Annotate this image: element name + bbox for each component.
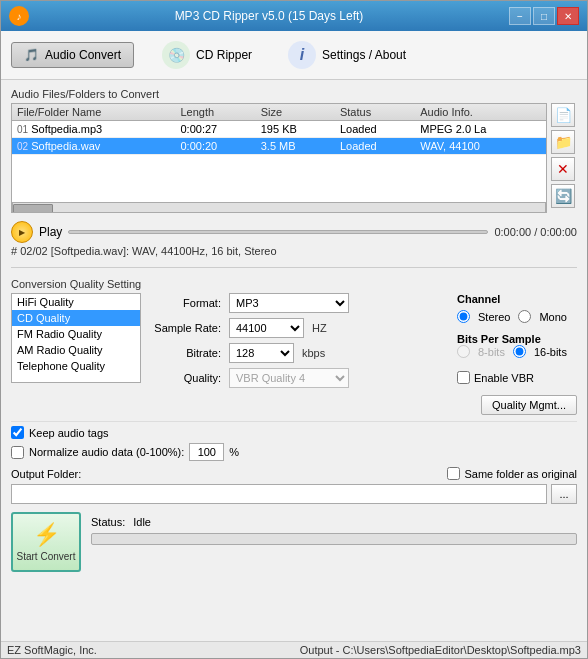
minimize-button[interactable]: − xyxy=(509,7,531,25)
audio-convert-button[interactable]: 🎵 Audio Convert xyxy=(11,42,134,68)
content-area: Audio Files/Folders to Convert File/Fold… xyxy=(1,80,587,641)
settings-about-label: Settings / About xyxy=(322,48,406,62)
seek-bar[interactable] xyxy=(68,230,488,234)
hz-unit: HZ xyxy=(312,322,327,334)
play-button[interactable]: ▶ xyxy=(11,221,33,243)
cd-ripper-button[interactable]: 💿 CD Ripper xyxy=(154,37,260,73)
status-value: Idle xyxy=(133,516,151,528)
player-section: ▶ Play 0:00:00 / 0:00:00 # 02/02 [Softpe… xyxy=(11,219,577,257)
close-button[interactable]: ✕ xyxy=(557,7,579,25)
channel-bits-section: Channel Stereo Mono Bits Per Sample 8-bi… xyxy=(457,293,577,415)
bits-label: Bits Per Sample xyxy=(457,333,577,345)
keep-tags-checkbox[interactable] xyxy=(11,426,24,439)
enable-vbr-row: Enable VBR xyxy=(457,371,534,384)
time-display: 0:00:00 / 0:00:00 xyxy=(494,226,577,238)
file-table-container: File/Folder Name Length Size Status Audi… xyxy=(11,103,547,213)
normalize-label: Normalize audio data (0-100%): xyxy=(29,446,184,458)
keep-tags-label: Keep audio tags xyxy=(29,427,109,439)
col-header-audio: Audio Info. xyxy=(415,104,546,121)
status-area: Status: Idle xyxy=(91,512,577,545)
status-bar-right: Output - C:\Users\SoftpediaEditor\Deskto… xyxy=(300,644,581,656)
file-area: File/Folder Name Length Size Status Audi… xyxy=(11,103,577,213)
keep-tags-row: Keep audio tags xyxy=(11,426,577,439)
channel-label: Channel xyxy=(457,293,577,305)
toolbar: 🎵 Audio Convert 💿 CD Ripper i Settings /… xyxy=(1,31,587,80)
progress-bar xyxy=(91,533,577,545)
app-logo: ♪ xyxy=(9,6,29,26)
enable-vbr-label: Enable VBR xyxy=(474,372,534,384)
stereo-label: Stereo xyxy=(478,311,510,323)
remove-button[interactable]: ✕ xyxy=(551,157,575,181)
same-folder-label: Same folder as original xyxy=(464,468,577,480)
window-title: MP3 CD Ripper v5.0 (15 Days Left) xyxy=(29,9,509,23)
file-table: File/Folder Name Length Size Status Audi… xyxy=(12,104,546,155)
format-row: Format: MP3WAVOGGFLAC xyxy=(151,293,447,313)
table-row[interactable]: 01 Softpedia.mp3 0:00:27 195 KB Loaded M… xyxy=(12,121,546,138)
divider xyxy=(11,267,577,268)
window-controls: − □ ✕ xyxy=(509,7,579,25)
cd-icon: 💿 xyxy=(162,41,190,69)
horizontal-scrollbar[interactable] xyxy=(12,202,546,213)
normalize-row: Normalize audio data (0-100%): 100 % xyxy=(11,443,577,461)
output-path-row: C:\Users\SoftpediaEditor\Desktop ... xyxy=(11,484,577,504)
stereo-radio[interactable] xyxy=(457,310,470,323)
mono-radio[interactable] xyxy=(518,310,531,323)
col-header-name: File/Folder Name xyxy=(12,104,175,121)
files-section-label: Audio Files/Folders to Convert xyxy=(11,88,577,100)
files-section: Audio Files/Folders to Convert File/Fold… xyxy=(11,88,577,213)
output-path-input[interactable]: C:\Users\SoftpediaEditor\Desktop xyxy=(11,484,547,504)
settings-about-button[interactable]: i Settings / About xyxy=(280,37,414,73)
quality-list[interactable]: HiFi QualityCD QualityFM Radio QualityAM… xyxy=(11,293,141,383)
same-folder-row: Same folder as original xyxy=(447,467,577,480)
output-folder-row: Output Folder: Same folder as original xyxy=(11,467,577,480)
bitrate-select[interactable]: 12864192256 xyxy=(229,343,294,363)
table-row[interactable]: 02 Softpedia.wav 0:00:20 3.5 MB Loaded W… xyxy=(12,138,546,155)
scrollbar-thumb xyxy=(13,204,53,213)
audio-convert-label: Audio Convert xyxy=(45,48,121,62)
quality-list-item[interactable]: Telephone Quality xyxy=(12,358,140,374)
add-file-button[interactable]: 📄 xyxy=(551,103,575,127)
quality-mgmt-button[interactable]: Quality Mgmt... xyxy=(481,395,577,415)
mono-label: Mono xyxy=(539,311,567,323)
refresh-button[interactable]: 🔄 xyxy=(551,184,575,208)
enable-vbr-checkbox[interactable] xyxy=(457,371,470,384)
8bit-radio[interactable] xyxy=(457,345,470,358)
col-header-length: Length xyxy=(175,104,255,121)
restore-button[interactable]: □ xyxy=(533,7,555,25)
vbr-mgmt-row: Enable VBR xyxy=(457,371,577,384)
music-note-icon: 🎵 xyxy=(24,48,39,62)
normalize-input[interactable]: 100 xyxy=(189,443,224,461)
16bit-radio[interactable] xyxy=(513,345,526,358)
quality-settings: Format: MP3WAVOGGFLAC Sample Rate: 44100… xyxy=(151,293,447,415)
start-convert-icon: ⚡ xyxy=(33,522,60,548)
add-folder-button[interactable]: 📁 xyxy=(551,130,575,154)
quality-label: Quality: xyxy=(151,372,221,384)
channel-radio-group: Stereo Mono xyxy=(457,310,577,323)
main-window: ♪ MP3 CD Ripper v5.0 (15 Days Left) − □ … xyxy=(0,0,588,659)
col-header-status: Status xyxy=(335,104,415,121)
start-convert-button[interactable]: ⚡ Start Convert xyxy=(11,512,81,572)
bitrate-row: Bitrate: 12864192256 kbps xyxy=(151,343,447,363)
status-bar-left: EZ SoftMagic, Inc. xyxy=(7,644,97,656)
sample-rate-label: Sample Rate: xyxy=(151,322,221,334)
cd-ripper-label: CD Ripper xyxy=(196,48,252,62)
track-info: # 02/02 [Softpedia.wav]: WAV, 44100Hz, 1… xyxy=(11,245,577,257)
quality-section: Conversion Quality Setting HiFi QualityC… xyxy=(11,278,577,415)
quality-list-item[interactable]: FM Radio Quality xyxy=(12,326,140,342)
quality-list-item[interactable]: CD Quality xyxy=(12,310,140,326)
16bit-label: 16-bits xyxy=(534,346,567,358)
play-label: Play xyxy=(39,225,62,239)
normalize-checkbox[interactable] xyxy=(11,446,24,459)
output-folder-label: Output Folder: xyxy=(11,468,81,480)
sample-rate-select[interactable]: 441002205016000 xyxy=(229,318,304,338)
quality-section-label: Conversion Quality Setting xyxy=(11,278,577,290)
8bit-label: 8-bits xyxy=(478,346,505,358)
sample-rate-row: Sample Rate: 441002205016000 HZ xyxy=(151,318,447,338)
same-folder-checkbox[interactable] xyxy=(447,467,460,480)
quality-list-item[interactable]: AM Radio Quality xyxy=(12,342,140,358)
format-select[interactable]: MP3WAVOGGFLAC xyxy=(229,293,349,313)
col-header-size: Size xyxy=(256,104,335,121)
browse-button[interactable]: ... xyxy=(551,484,577,504)
quality-list-item[interactable]: HiFi Quality xyxy=(12,294,140,310)
quality-select[interactable]: VBR Quality 4 xyxy=(229,368,349,388)
